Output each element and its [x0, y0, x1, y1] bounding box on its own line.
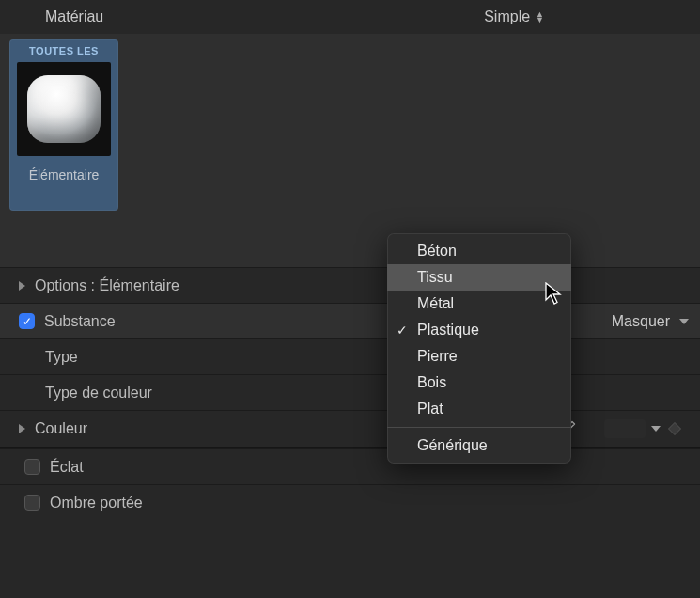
menu-item-label: Pierre	[417, 348, 458, 365]
menu-item-label: Bois	[417, 374, 446, 391]
menu-item-pierre[interactable]: Pierre	[387, 343, 571, 370]
chevron-down-icon[interactable]	[679, 319, 689, 324]
menu-item-plastique[interactable]: ✓Plastique	[387, 317, 571, 343]
disclosure-triangle-icon[interactable]	[19, 281, 25, 291]
row-eclat: Éclat	[0, 448, 700, 484]
eclat-label: Éclat	[50, 459, 689, 476]
keyframe-diamond-icon[interactable]	[668, 421, 681, 434]
menu-item-label: Plat	[417, 401, 443, 417]
row-type: Type	[0, 338, 700, 374]
eclat-checkbox[interactable]	[24, 459, 40, 475]
row-ombre: Ombre portée	[0, 484, 700, 520]
preview-box	[17, 62, 111, 156]
mode-select[interactable]: Simple ▲▼	[484, 8, 685, 25]
material-inspector: Matériau Simple ▲▼ TOUTES LES Élémentair…	[0, 0, 700, 598]
material-thumbnail[interactable]: TOUTES LES Élémentaire	[9, 39, 118, 211]
menu-item-tissu[interactable]: Tissu	[387, 264, 571, 291]
ombre-checkbox[interactable]	[24, 495, 40, 511]
menu-item-label: Métal	[417, 295, 454, 312]
color-well[interactable]	[604, 419, 646, 438]
menu-item-label: Tissu	[417, 269, 453, 286]
options-label: Options : Élémentaire	[35, 277, 689, 294]
substance-checkbox[interactable]: ✓	[19, 313, 35, 329]
menu-item-générique[interactable]: Générique	[387, 433, 571, 459]
substance-type-menu[interactable]: BétonTissuMétal✓PlastiquePierreBoisPlatG…	[387, 233, 571, 464]
chevron-down-icon[interactable]	[651, 426, 661, 432]
menu-item-béton[interactable]: Béton	[387, 238, 571, 264]
menu-item-plat[interactable]: Plat	[387, 396, 571, 422]
disclosure-triangle-icon[interactable]	[19, 424, 25, 433]
checkmark-icon: ✓	[397, 323, 408, 338]
thumbnail-label: Élémentaire	[29, 158, 100, 211]
menu-separator	[387, 427, 571, 428]
ombre-label: Ombre portée	[50, 495, 689, 511]
preview-cube-icon	[27, 75, 101, 143]
row-options[interactable]: Options : Élémentaire	[0, 267, 700, 303]
menu-item-label: Plastique	[417, 322, 479, 338]
hide-label[interactable]: Masquer	[612, 313, 670, 330]
row-couleur: Couleur	[0, 410, 700, 446]
color-type-label: Type de couleur	[45, 385, 689, 401]
checkmark-icon: ✓	[23, 316, 32, 327]
thumbnail-tab: TOUTES LES	[9, 39, 118, 60]
section-title: Matériau	[45, 8, 484, 25]
row-color-type: Type de couleur	[0, 374, 700, 410]
stepper-icon: ▲▼	[536, 11, 544, 23]
menu-item-métal[interactable]: Métal	[387, 291, 571, 317]
menu-item-bois[interactable]: Bois	[387, 370, 571, 396]
type-label: Type	[45, 349, 689, 366]
menu-item-label: Générique	[417, 437, 488, 454]
row-substance: ✓ Substance Masquer	[0, 303, 700, 338]
material-well: TOUTES LES Élémentaire	[0, 34, 700, 267]
bottom-group: Éclat Ombre portée	[0, 447, 700, 520]
menu-item-label: Béton	[417, 243, 457, 260]
mode-label: Simple	[484, 8, 530, 25]
header: Matériau Simple ▲▼	[0, 0, 700, 34]
